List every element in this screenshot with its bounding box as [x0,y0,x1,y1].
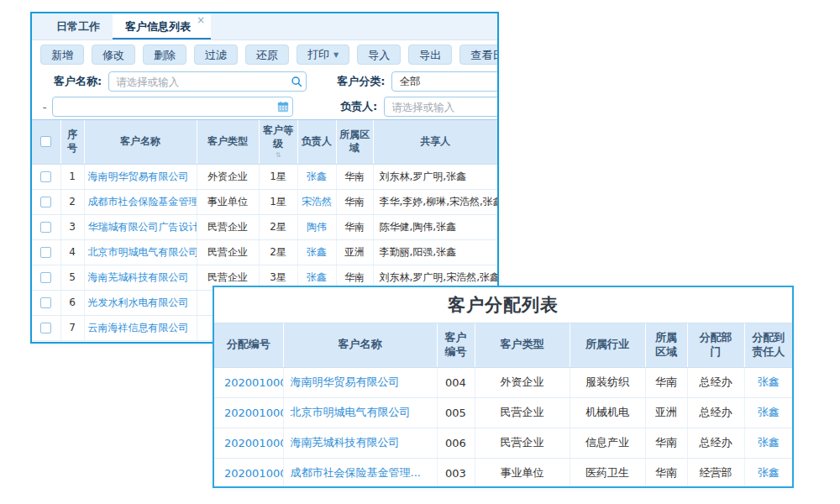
cell-assignee-link[interactable]: 张鑫 [744,458,792,488]
cell-customer-name-link[interactable]: 成都市社会保险基金管理... [84,189,197,214]
customer-category-input[interactable] [392,72,499,91]
print-dropdown-button[interactable]: 打印▼ [297,45,349,65]
select-all-checkbox[interactable] [40,136,51,147]
customer-name-search-box [108,71,307,92]
cell-owner-link[interactable]: 张鑫 [297,164,336,189]
cell-customer-name-link[interactable]: 北京市明城电气有限公司 [84,239,197,265]
filter-button[interactable]: 过滤 [194,45,238,65]
search-icon[interactable] [287,76,306,87]
table-row: 2020010005 北京市明城电气有限公司 005 民营企业 机械机电 亚洲 … [214,397,792,428]
customer-name-input[interactable] [109,72,287,91]
chevron-down-icon: ▼ [333,51,339,59]
cell-region: 华南 [336,214,373,239]
row-checkbox[interactable] [40,247,51,258]
header-shared-persons: 共享人 [373,120,497,164]
checkbox-cell [32,315,60,340]
edit-button[interactable]: 修改 [92,45,135,65]
cell-allocation-number-link[interactable]: 2020010001 [214,458,283,488]
row-checkbox[interactable] [40,197,51,207]
cell-customer-type: 事业单位 [475,458,570,488]
checkbox-cell [32,239,60,265]
cell-allocation-number-link[interactable]: 2020010005 [214,397,283,428]
close-tab-icon[interactable]: × [197,14,205,26]
tab-customer-info-list[interactable]: 客户信息列表 × [113,13,211,39]
cell-customer-name-link[interactable]: 云南海祥信息有限公司 [84,315,197,340]
export-button[interactable]: 导出 [408,45,452,65]
cell-customer-number: 005 [437,397,475,428]
row-checkbox[interactable] [40,222,51,233]
checkbox-cell [32,265,60,290]
table-header-row: 分配编号 客户名称 客户编号 客户类型 所属行业 所属区域 分配部门 分配到责任… [214,323,792,367]
header-customer-type: 客户类型 [475,323,570,367]
cell-allocation-number-link[interactable]: 2020010006 [214,367,283,397]
cell-allocation-dept: 经营部 [687,458,744,488]
header-serial-number: 序号 [60,120,84,164]
tab-daily-work[interactable]: 日常工作 [44,13,113,39]
cell-customer-name-link[interactable]: 光发水利水电有限公司 [84,290,197,315]
view-log-button[interactable]: 查看日志 [459,45,499,65]
row-checkbox[interactable] [40,272,51,283]
cell-region: 华南 [336,189,373,214]
cell-customer-level: 2星 [259,214,297,239]
sort-icon[interactable]: ⇅ [261,152,296,159]
import-button[interactable]: 导入 [357,45,401,65]
cell-customer-name-link[interactable]: 华瑞城有限公司广告设计部 [84,214,197,239]
cell-owner-link[interactable]: 陶伟 [297,214,336,239]
cell-customer-type: 民营企业 [475,397,570,428]
cell-shared-persons: 陈华健,陶伟,张鑫 [373,214,497,239]
cell-region: 亚洲 [645,397,687,428]
cell-customer-type: 民营企业 [197,239,259,265]
owner-input[interactable] [385,97,499,116]
cell-customer-name-link[interactable]: 海南明华贸易有限公司 [283,367,437,397]
cell-customer-name-link[interactable]: 成都市社会保险基金管理... [283,458,437,488]
cell-customer-name-link[interactable]: 海南明华贸易有限公司 [84,164,197,189]
cell-shared-persons: 李勤丽,阳强,张鑫 [373,239,497,265]
new-button[interactable]: 新增 [40,45,84,65]
filter-area: 客户名称: 客户分类: - [32,69,497,119]
delete-button[interactable]: 删除 [143,45,186,65]
cell-customer-name-link[interactable]: 海南芜城科技有限公司 [84,265,197,290]
cell-serial-number: 2 [60,189,84,214]
cell-industry: 医药卫生 [570,458,645,488]
header-allocation-number: 分配编号 [214,323,283,367]
cell-serial-number: 1 [60,164,84,189]
checkbox-cell [32,164,60,189]
cell-serial-number: 4 [60,239,84,265]
row-checkbox[interactable] [40,323,51,333]
owner-search-box [384,97,499,117]
cell-assignee-link[interactable]: 张鑫 [744,397,792,428]
calendar-icon[interactable] [274,101,292,113]
customer-allocation-window: 客户分配列表 分配编号 客户名称 客户编号 客户类型 所属行业 所属区域 分配部… [213,286,794,488]
cell-customer-name-link[interactable]: 北京市明城电气有限公司 [283,397,437,428]
cell-customer-number: 004 [437,367,475,397]
cell-customer-level: 1星 [259,189,297,214]
restore-button[interactable]: 还原 [245,45,289,65]
cell-owner-link[interactable]: 张鑫 [297,239,336,265]
header-allocation-dept: 分配部门 [687,323,744,367]
cell-allocation-dept: 总经办 [687,397,744,428]
customer-category-label: 客户分类: [337,74,385,89]
cell-assignee-link[interactable]: 张鑫 [744,367,792,397]
table-row: 2020010004 海南芜城科技有限公司 006 民营企业 信息产业 华南 总… [214,428,792,458]
cell-customer-name-link[interactable]: 海南芜城科技有限公司 [283,428,437,458]
header-customer-name: 客户名称 [283,323,437,367]
cell-shared-persons: 李华,李婷,柳琳,宋浩然,张鑫 [373,189,497,214]
cell-customer-type: 外资企业 [197,164,259,189]
cell-serial-number: 5 [60,265,84,290]
header-customer-level[interactable]: 客户等级 ⇅ [259,120,297,164]
row-checkbox[interactable] [40,171,51,182]
header-customer-number: 客户编号 [437,323,475,367]
date-input[interactable] [53,97,274,116]
customer-allocation-table: 分配编号 客户名称 客户编号 客户类型 所属行业 所属区域 分配部门 分配到责任… [214,323,792,488]
cell-allocation-number-link[interactable]: 2020010004 [214,428,283,458]
table-row: 2020010006 海南明华贸易有限公司 004 外资企业 服装纺织 华南 总… [214,367,792,397]
row-checkbox[interactable] [40,297,51,308]
header-customer-type: 客户类型 [197,120,259,164]
cell-assignee-link[interactable]: 张鑫 [744,428,792,458]
tab-label: 客户信息列表 [125,20,191,33]
header-region: 所属区域 [645,323,687,367]
print-label: 打印 [307,48,329,60]
cell-region: 亚洲 [336,239,373,265]
cell-owner-link[interactable]: 宋浩然 [297,189,336,214]
tab-bar: 日常工作 客户信息列表 × [32,13,497,40]
